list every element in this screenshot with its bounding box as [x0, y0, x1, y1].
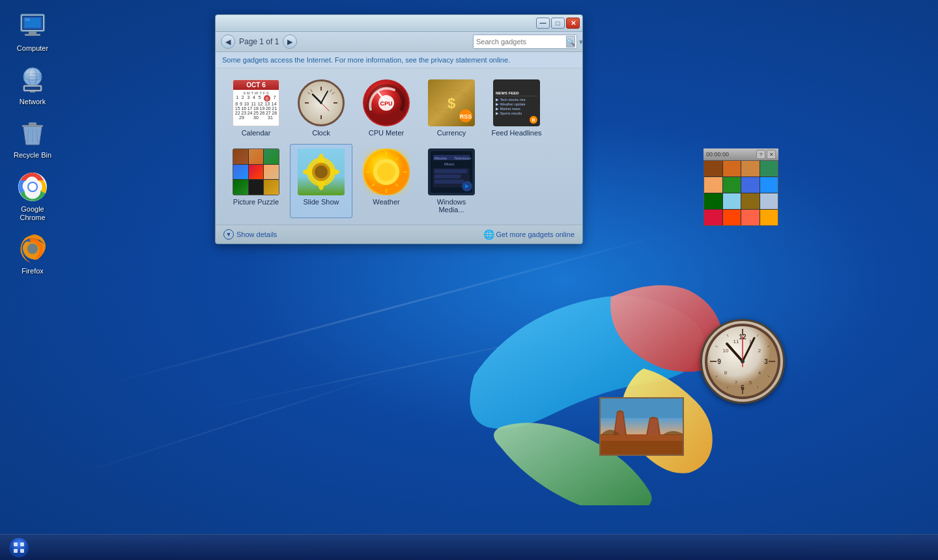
svg-point-112 — [741, 359, 745, 363]
svg-rect-2 — [29, 31, 36, 34]
clock-gadget-name: Clock — [312, 129, 330, 137]
prev-page-button[interactable]: ◀ — [221, 35, 235, 49]
clock-widget[interactable]: 12 3 6 9 11 1 2 4 5 7 8 10 — [700, 319, 785, 404]
computer-icon-label: Computer — [17, 44, 48, 53]
recycle-bin-icon[interactable]: Recycle Bin — [7, 113, 59, 163]
desktop: Computer — [0, 0, 938, 560]
globe-icon: 🌐 — [483, 229, 494, 240]
bg-streak-3 — [56, 359, 428, 481]
gadget-clock[interactable]: Clock — [290, 75, 352, 141]
windows-media-gadget-icon: Movies Television Music — [428, 148, 475, 195]
cpu-meter-gadget-icon: CPU — [363, 79, 410, 126]
puzzle-cell-8 — [704, 193, 722, 209]
puzzle-cell-14 — [741, 210, 760, 225]
svg-rect-14 — [30, 91, 35, 92]
gadget-currency[interactable]: $ RSS — [420, 75, 483, 141]
computer-icon-img — [17, 10, 48, 42]
network-icon[interactable]: Network — [7, 60, 59, 110]
svg-rect-119 — [20, 542, 24, 546]
gadgets-footer: ▼ Show details 🌐 Get more gadgets online — [216, 225, 582, 244]
svg-text:2: 2 — [758, 348, 761, 354]
gadgets-titlebar: — □ ✕ — [216, 15, 582, 32]
next-page-button[interactable]: ▶ — [283, 35, 297, 49]
gadget-calendar[interactable]: OCT 6 S M T W T F S 1234567 891011121314… — [225, 75, 287, 141]
svg-text:4: 4 — [758, 370, 761, 376]
svg-point-59 — [315, 165, 328, 178]
puzzle-cell-15 — [760, 210, 778, 225]
feed-headlines-gadget-name: Feed Headlines — [491, 129, 541, 137]
svg-point-117 — [9, 538, 29, 557]
gadget-cpu-meter[interactable]: CPU CPU Meter — [355, 75, 418, 141]
svg-rect-121 — [20, 549, 24, 553]
gadget-slide-show[interactable]: Slide Show — [290, 144, 352, 218]
computer-icon[interactable]: Computer — [7, 7, 59, 57]
puzzle-cell-4 — [704, 177, 722, 193]
firefox-icon-label: Firefox — [21, 267, 44, 275]
svg-rect-78 — [434, 169, 467, 173]
svg-line-34 — [313, 94, 321, 103]
svg-text:Movies: Movies — [434, 156, 447, 160]
show-details-icon: ▼ — [223, 229, 234, 240]
windows-logo — [422, 245, 735, 508]
svg-text:CPU: CPU — [380, 100, 392, 107]
get-more-gadgets-link[interactable]: 🌐 Get more gadgets online — [483, 229, 575, 240]
search-input[interactable] — [476, 38, 566, 46]
desktop-icons-container: Computer — [7, 7, 59, 279]
page-label: Page 1 of 1 — [239, 37, 279, 46]
network-icon-img — [17, 64, 48, 95]
weather-gadget-icon — [363, 148, 410, 195]
svg-line-32 — [311, 89, 313, 92]
svg-text:Music: Music — [444, 162, 455, 166]
puzzle-cell-13 — [723, 210, 741, 225]
svg-line-30 — [330, 89, 332, 92]
svg-rect-116 — [601, 434, 684, 441]
feed-headlines-gadget-icon: NEWS FEED ▶ Tech stocks rise ▶ Weather u… — [493, 79, 540, 126]
puzzle-cell-3 — [760, 161, 778, 176]
calendar-gadget-name: Calendar — [242, 129, 271, 137]
svg-text:5: 5 — [749, 380, 752, 385]
gadget-windows-media[interactable]: Movies Television Music Wi — [420, 144, 483, 218]
puzzle-widget[interactable]: 00:00:00 ? ✕ — [704, 148, 778, 226]
gadgets-window: — □ ✕ ◀ Page 1 of 1 ▶ 🔍 ▼ Some gadgets a… — [215, 14, 583, 244]
puzzle-cell-2 — [741, 161, 760, 176]
network-icon-label: Network — [20, 98, 46, 106]
slideshow-photo-widget[interactable] — [599, 397, 684, 456]
start-button[interactable] — [3, 535, 35, 560]
cpu-meter-gadget-name: CPU Meter — [369, 129, 404, 137]
show-details-button[interactable]: ▼ Show details — [223, 229, 277, 240]
gadget-picture-puzzle[interactable]: Picture Puzzle — [225, 144, 287, 218]
show-details-label: Show details — [236, 231, 277, 238]
svg-point-70 — [377, 163, 395, 181]
maximize-button[interactable]: □ — [551, 18, 565, 29]
svg-text:7: 7 — [735, 380, 738, 385]
svg-point-11 — [23, 68, 42, 86]
svg-text:RSS: RSS — [460, 113, 472, 120]
recycle-bin-icon-img — [17, 117, 48, 148]
svg-rect-120 — [14, 549, 18, 553]
puzzle-help-button[interactable]: ? — [756, 150, 765, 159]
gadgets-info: Some gadgets access the Internet. For mo… — [216, 52, 582, 68]
svg-rect-79 — [434, 175, 461, 178]
picture-puzzle-gadget-icon — [233, 148, 279, 195]
gadgets-toolbar: ◀ Page 1 of 1 ▶ 🔍 ▼ — [216, 32, 582, 52]
chrome-icon[interactable]: Google Chrome — [7, 167, 59, 226]
gadget-weather[interactable]: Weather — [355, 144, 418, 218]
svg-point-37 — [320, 102, 322, 104]
puzzle-controls: ? ✕ — [756, 150, 776, 159]
gadget-feed-headlines[interactable]: NEWS FEED ▶ Tech stocks rise ▶ Weather u… — [485, 75, 548, 141]
minimize-button[interactable]: — — [536, 18, 550, 29]
puzzle-close-button[interactable]: ✕ — [767, 150, 776, 159]
search-button[interactable]: 🔍 — [566, 36, 575, 48]
puzzle-timer: 00:00:00 — [706, 151, 729, 158]
search-dropdown[interactable]: ▼ — [578, 38, 584, 46]
close-button[interactable]: ✕ — [566, 18, 580, 29]
taskbar — [0, 534, 938, 560]
svg-text:6: 6 — [741, 384, 745, 391]
puzzle-cell-12 — [704, 210, 722, 225]
picture-puzzle-gadget-name: Picture Puzzle — [233, 198, 279, 206]
svg-rect-118 — [14, 542, 18, 546]
firefox-icon[interactable]: Firefox — [7, 229, 59, 279]
svg-rect-80 — [434, 180, 464, 184]
svg-line-35 — [321, 91, 328, 103]
svg-text:10: 10 — [723, 348, 729, 354]
